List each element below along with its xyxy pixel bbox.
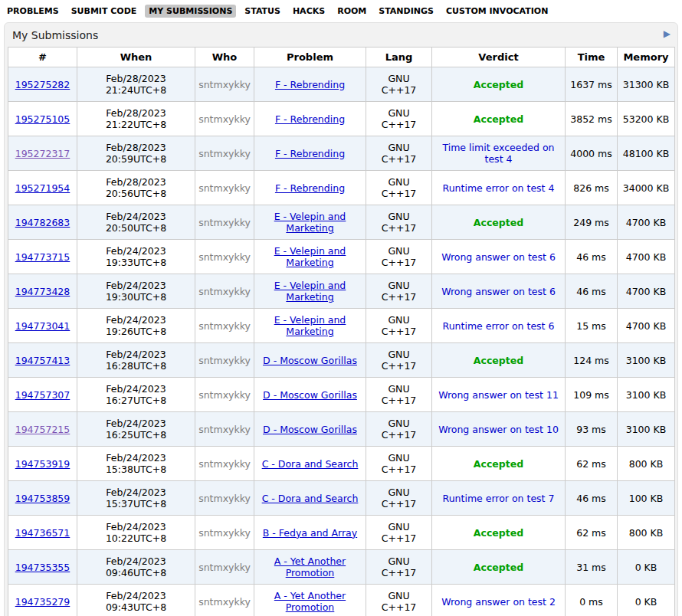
- submission-who-cell: sntmxykky: [195, 481, 254, 516]
- submission-author-link[interactable]: sntmxykky: [198, 286, 251, 297]
- submission-verdict-cell: Wrong answer on test 2: [432, 585, 566, 616]
- submission-problem-link[interactable]: E - Velepin and Marketing: [274, 280, 346, 303]
- nav-item-status[interactable]: STATUS: [244, 6, 280, 16]
- submission-author-link[interactable]: sntmxykky: [198, 389, 251, 401]
- submission-problem-link[interactable]: C - Dora and Search: [262, 493, 359, 504]
- submission-verdict-text: Runtime error on test 4: [443, 182, 555, 194]
- submission-id-link[interactable]: 194757413: [15, 355, 70, 366]
- submission-problem-link[interactable]: A - Yet Another Promotion: [274, 555, 346, 578]
- submission-author-link[interactable]: sntmxykky: [198, 320, 251, 332]
- submission-problem-cell: F - Rebrending: [254, 171, 366, 205]
- submission-memory-cell: 4700 KB: [618, 274, 675, 309]
- submission-problem-link[interactable]: F - Rebrending: [275, 148, 345, 159]
- submission-memory-cell: 4700 KB: [618, 240, 675, 274]
- submissions-table: #WhenWhoProblemLangVerdictTimeMemory 195…: [8, 47, 675, 616]
- submission-id-link[interactable]: 194773041: [15, 320, 70, 332]
- submission-author-link[interactable]: sntmxykky: [198, 562, 251, 573]
- panel-title-bar: My Submissions ▶: [5, 23, 677, 47]
- submission-id-link[interactable]: 194757307: [15, 389, 70, 401]
- expand-arrow-icon[interactable]: ▶: [664, 28, 671, 39]
- submission-row: 194782683Feb/24/2023 20:50UTC+8sntmxykky…: [8, 205, 675, 240]
- submission-author-link[interactable]: sntmxykky: [198, 596, 251, 608]
- submission-verdict-cell: Accepted: [432, 102, 566, 136]
- submission-id-cell: 195275105: [8, 102, 77, 136]
- nav-item-hacks[interactable]: HACKS: [293, 6, 325, 16]
- submission-id-cell: 194735279: [8, 585, 77, 616]
- submission-time-cell: 46 ms: [566, 274, 618, 309]
- submission-when-cell: Feb/28/2023 20:59UTC+8: [77, 136, 195, 171]
- submission-memory-cell: 3100 KB: [618, 343, 675, 378]
- submission-id-link[interactable]: 194735279: [15, 596, 70, 608]
- submission-author-link[interactable]: sntmxykky: [198, 148, 251, 159]
- submission-when-cell: Feb/24/2023 15:38UTC+8: [77, 447, 195, 481]
- submission-problem-link[interactable]: F - Rebrending: [275, 182, 345, 194]
- submission-id-link[interactable]: 194753919: [15, 458, 70, 470]
- nav-item-submit-code[interactable]: SUBMIT CODE: [71, 6, 137, 16]
- submission-when-cell: Feb/24/2023 16:25UTC+8: [77, 412, 195, 447]
- submission-problem-link[interactable]: E - Velepin and Marketing: [274, 245, 346, 268]
- submission-memory-cell: 800 KB: [618, 447, 675, 481]
- submission-id-link[interactable]: 195275282: [15, 79, 70, 90]
- submission-id-cell: 195272317: [8, 136, 77, 171]
- submission-id-link[interactable]: 194757215: [15, 424, 70, 435]
- submission-verdict-text: Wrong answer on test 6: [441, 286, 556, 297]
- submission-id-link[interactable]: 195271954: [15, 182, 70, 194]
- submission-problem-link[interactable]: E - Velepin and Marketing: [274, 211, 346, 234]
- submission-author-link[interactable]: sntmxykky: [198, 79, 251, 90]
- nav-item-custom-invocation[interactable]: CUSTOM INVOCATION: [446, 6, 548, 16]
- submission-author-link[interactable]: sntmxykky: [198, 182, 251, 194]
- submission-lang-cell: GNU C++17: [366, 240, 432, 274]
- nav-item-my-submissions[interactable]: MY SUBMISSIONS: [145, 5, 236, 18]
- submission-id-link[interactable]: 194753859: [15, 493, 70, 504]
- nav-item-room[interactable]: ROOM: [337, 6, 366, 16]
- submission-id-link[interactable]: 194736571: [15, 527, 70, 539]
- submission-who-cell: sntmxykky: [195, 378, 254, 412]
- submission-author-link[interactable]: sntmxykky: [198, 113, 251, 125]
- submission-id-link[interactable]: 194782683: [15, 217, 70, 228]
- submission-author-link[interactable]: sntmxykky: [198, 217, 251, 228]
- submission-id-cell: 194757413: [8, 343, 77, 378]
- submission-who-cell: sntmxykky: [195, 240, 254, 274]
- submission-verdict-cell: Accepted: [432, 550, 566, 585]
- submission-id-cell: 194773715: [8, 240, 77, 274]
- submission-author-link[interactable]: sntmxykky: [198, 493, 251, 504]
- submission-problem-cell: D - Moscow Gorillas: [254, 412, 366, 447]
- submission-problem-link[interactable]: F - Rebrending: [275, 113, 345, 125]
- submission-when-cell: Feb/24/2023 16:28UTC+8: [77, 343, 195, 378]
- submission-row: 194735355Feb/24/2023 09:46UTC+8sntmxykky…: [8, 550, 675, 585]
- submission-problem-link[interactable]: D - Moscow Gorillas: [263, 389, 357, 401]
- submission-when-cell: Feb/24/2023 19:26UTC+8: [77, 309, 195, 343]
- submission-when-cell: Feb/24/2023 19:30UTC+8: [77, 274, 195, 309]
- nav-item-standings[interactable]: STANDINGS: [379, 6, 434, 16]
- submission-verdict-text: Accepted: [474, 355, 523, 366]
- submission-author-link[interactable]: sntmxykky: [198, 251, 251, 263]
- submission-id-link[interactable]: 194773715: [15, 251, 70, 263]
- submission-id-link[interactable]: 195272317: [15, 148, 70, 159]
- submission-id-link[interactable]: 195275105: [15, 113, 70, 125]
- submission-lang-cell: GNU C++17: [366, 550, 432, 585]
- submission-problem-link[interactable]: F - Rebrending: [275, 79, 345, 90]
- submission-problem-cell: A - Yet Another Promotion: [254, 585, 366, 616]
- submission-problem-link[interactable]: D - Moscow Gorillas: [263, 424, 357, 435]
- submission-problem-link[interactable]: B - Fedya and Array: [263, 527, 357, 539]
- submission-problem-link[interactable]: E - Velepin and Marketing: [274, 314, 346, 337]
- submission-problem-cell: D - Moscow Gorillas: [254, 343, 366, 378]
- submission-author-link[interactable]: sntmxykky: [198, 527, 251, 539]
- submission-id-link[interactable]: 194735355: [15, 562, 70, 573]
- submission-id-cell: 195271954: [8, 171, 77, 205]
- submission-row: 194735279Feb/24/2023 09:43UTC+8sntmxykky…: [8, 585, 675, 616]
- submission-lang-cell: GNU C++17: [366, 378, 432, 412]
- submission-time-cell: 46 ms: [566, 481, 618, 516]
- submission-problem-link[interactable]: A - Yet Another Promotion: [274, 590, 346, 613]
- submission-author-link[interactable]: sntmxykky: [198, 458, 251, 470]
- submission-lang-cell: GNU C++17: [366, 481, 432, 516]
- submission-problem-link[interactable]: D - Moscow Gorillas: [263, 355, 357, 366]
- submission-author-link[interactable]: sntmxykky: [198, 355, 251, 366]
- submission-problem-cell: C - Dora and Search: [254, 447, 366, 481]
- submissions-panel: My Submissions ▶ #WhenWhoProblemLangVerd…: [4, 22, 678, 616]
- submission-id-link[interactable]: 194773428: [15, 286, 70, 297]
- submission-author-link[interactable]: sntmxykky: [198, 424, 251, 435]
- submission-problem-link[interactable]: C - Dora and Search: [262, 458, 359, 470]
- nav-item-problems[interactable]: PROBLEMS: [7, 6, 59, 16]
- submission-lang-cell: GNU C++17: [366, 309, 432, 343]
